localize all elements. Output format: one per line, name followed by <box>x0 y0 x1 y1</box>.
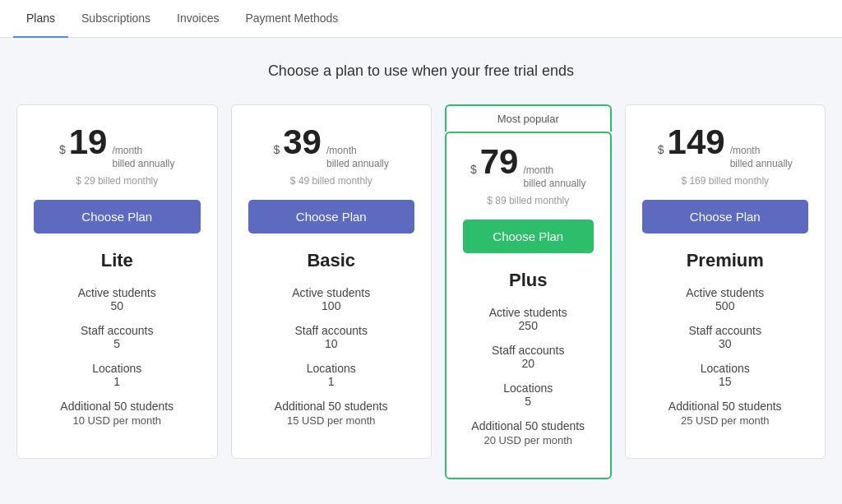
feature-value: 10 <box>248 337 415 350</box>
feature-label: Staff accounts <box>642 324 809 337</box>
feature-row: Locations1 <box>34 362 201 388</box>
feature-label: Additional 50 students <box>34 400 201 413</box>
feature-row: Active students50 <box>34 286 201 312</box>
tab-payment-methods[interactable]: Payment Methods <box>232 0 351 38</box>
feature-label: Active students <box>34 286 201 299</box>
feature-value: 250 <box>463 319 594 332</box>
plan-name: Plus <box>463 270 594 291</box>
currency-symbol: $ <box>658 143 664 156</box>
feature-note: 15 USD per month <box>248 414 415 427</box>
billed-monthly: $ 29 billed monthly <box>34 175 201 187</box>
price-period: /monthbilled annually <box>523 164 585 190</box>
tabs-bar: PlansSubscriptionsInvoicesPayment Method… <box>0 0 842 38</box>
billed-monthly: $ 89 billed monthly <box>463 195 594 206</box>
feature-note: 10 USD per month <box>34 414 201 427</box>
feature-label: Locations <box>463 381 594 395</box>
feature-value: 5 <box>34 337 201 350</box>
feature-note: 20 USD per month <box>463 434 594 446</box>
feature-row: Additional 50 students25 USD per month <box>642 400 809 427</box>
feature-row: Locations15 <box>642 362 809 388</box>
billed-monthly: $ 169 billed monthly <box>642 175 809 187</box>
page-heading: Choose a plan to use when your free tria… <box>16 62 826 80</box>
feature-value: 20 <box>463 357 594 370</box>
feature-row: Staff accounts10 <box>248 324 415 350</box>
feature-row: Staff accounts20 <box>463 344 594 370</box>
feature-row: Staff accounts5 <box>34 324 201 350</box>
feature-row: Additional 50 students20 USD per month <box>463 419 594 446</box>
feature-label: Additional 50 students <box>248 400 415 413</box>
feature-value: 1 <box>248 375 415 388</box>
price-section: $19/monthbilled annually$ 29 billed mont… <box>34 125 201 187</box>
plans-container: $19/monthbilled annually$ 29 billed mont… <box>16 104 826 479</box>
price-section: $79/monthbilled annually$ 89 billed mont… <box>463 145 594 206</box>
feature-note: 25 USD per month <box>642 414 809 427</box>
price-period: /monthbilled annually <box>326 145 389 170</box>
feature-value: 50 <box>34 299 201 312</box>
price-section: $39/monthbilled annually$ 49 billed mont… <box>248 125 415 187</box>
page-content: Choose a plan to use when your free tria… <box>0 38 842 504</box>
plan-name: Premium <box>642 250 809 271</box>
feature-row: Active students500 <box>642 286 809 312</box>
feature-label: Additional 50 students <box>463 419 594 432</box>
tab-invoices[interactable]: Invoices <box>164 0 232 38</box>
choose-plan-button-lite[interactable]: Choose Plan <box>34 200 201 234</box>
price-amount: 79 <box>480 145 519 179</box>
price-row: $39/monthbilled annually <box>248 125 415 170</box>
billed-monthly: $ 49 billed monthly <box>248 175 415 187</box>
currency-symbol: $ <box>273 143 280 156</box>
feature-row: Active students100 <box>248 286 415 312</box>
feature-label: Active students <box>463 306 594 319</box>
plan-card-premium: $149/monthbilled annually$ 169 billed mo… <box>625 104 826 459</box>
feature-row: Additional 50 students15 USD per month <box>248 400 415 427</box>
plan-name: Lite <box>34 250 201 271</box>
feature-value: 5 <box>463 395 594 408</box>
plan-featured-wrapper: Most popular$79/monthbilled annually$ 89… <box>445 104 612 479</box>
tab-plans[interactable]: Plans <box>13 0 68 38</box>
feature-label: Staff accounts <box>463 344 594 357</box>
feature-value: 100 <box>248 299 415 312</box>
choose-plan-button-premium[interactable]: Choose Plan <box>642 200 809 234</box>
feature-row: Active students250 <box>463 306 594 332</box>
tab-subscriptions[interactable]: Subscriptions <box>68 0 164 38</box>
feature-label: Active students <box>642 286 809 299</box>
feature-value: 1 <box>34 375 201 388</box>
price-row: $149/monthbilled annually <box>642 125 809 170</box>
feature-label: Additional 50 students <box>642 400 809 413</box>
price-period: /monthbilled annually <box>112 145 174 170</box>
feature-value: 15 <box>642 375 809 388</box>
price-section: $149/monthbilled annually$ 169 billed mo… <box>642 125 809 187</box>
currency-symbol: $ <box>470 163 477 176</box>
currency-symbol: $ <box>59 143 66 156</box>
plan-card-basic: $39/monthbilled annually$ 49 billed mont… <box>231 104 433 459</box>
feature-value: 30 <box>642 337 809 350</box>
feature-label: Staff accounts <box>248 324 415 337</box>
feature-label: Locations <box>248 362 415 375</box>
most-popular-badge: Most popular <box>445 104 612 132</box>
feature-label: Locations <box>642 362 809 375</box>
feature-label: Active students <box>248 286 415 299</box>
feature-row: Locations5 <box>463 381 594 408</box>
feature-value: 500 <box>642 299 809 312</box>
feature-label: Staff accounts <box>34 324 201 337</box>
price-row: $19/monthbilled annually <box>34 125 201 170</box>
price-amount: 149 <box>668 125 725 160</box>
feature-label: Locations <box>34 362 201 375</box>
choose-plan-button-basic[interactable]: Choose Plan <box>248 200 415 234</box>
price-row: $79/monthbilled annually <box>463 145 594 190</box>
feature-row: Locations1 <box>248 362 415 388</box>
price-period: /monthbilled annually <box>730 145 793 170</box>
plan-name: Basic <box>248 250 415 271</box>
choose-plan-button-plus[interactable]: Choose Plan <box>463 220 594 253</box>
feature-row: Additional 50 students10 USD per month <box>34 400 201 427</box>
price-amount: 39 <box>283 125 322 160</box>
plan-card-lite: $19/monthbilled annually$ 29 billed mont… <box>16 104 218 459</box>
feature-row: Staff accounts30 <box>642 324 809 350</box>
price-amount: 19 <box>69 125 108 160</box>
plan-card-plus: $79/monthbilled annually$ 89 billed mont… <box>445 132 612 479</box>
